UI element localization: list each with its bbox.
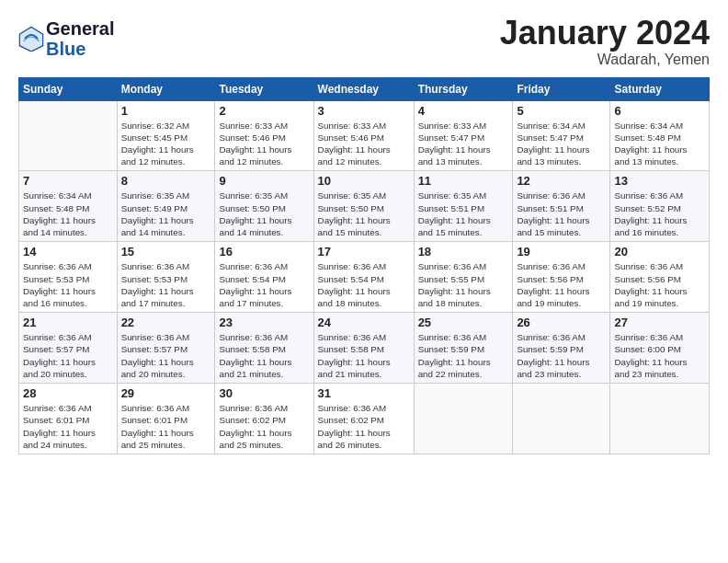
day-info: Sunrise: 6:34 AM Sunset: 5:47 PM Dayligh… — [517, 120, 606, 168]
day-info: Sunrise: 6:36 AM Sunset: 6:02 PM Dayligh… — [219, 402, 309, 451]
day-number: 31 — [318, 386, 410, 400]
col-header-saturday: Saturday — [610, 77, 710, 100]
week-row-1: 1Sunrise: 6:32 AM Sunset: 5:45 PM Daylig… — [19, 100, 710, 171]
day-number: 4 — [418, 104, 509, 118]
calendar-cell: 18Sunrise: 6:36 AM Sunset: 5:55 PM Dayli… — [414, 242, 513, 313]
day-info: Sunrise: 6:34 AM Sunset: 5:48 PM Dayligh… — [614, 120, 705, 168]
day-info: Sunrise: 6:36 AM Sunset: 5:57 PM Dayligh… — [121, 331, 211, 380]
day-info: Sunrise: 6:36 AM Sunset: 5:59 PM Dayligh… — [517, 331, 606, 380]
day-number: 27 — [614, 316, 705, 329]
day-number: 28 — [23, 386, 113, 400]
logo: General Blue — [18, 18, 114, 59]
week-row-5: 28Sunrise: 6:36 AM Sunset: 6:01 PM Dayli… — [19, 384, 710, 454]
day-info: Sunrise: 6:36 AM Sunset: 5:52 PM Dayligh… — [614, 190, 705, 238]
day-number: 21 — [23, 316, 113, 329]
calendar-cell: 2Sunrise: 6:33 AM Sunset: 5:46 PM Daylig… — [215, 100, 313, 171]
day-number: 29 — [121, 386, 211, 400]
calendar-cell: 9Sunrise: 6:35 AM Sunset: 5:50 PM Daylig… — [215, 171, 313, 242]
col-header-friday: Friday — [513, 77, 610, 100]
day-number: 2 — [219, 104, 309, 118]
day-number: 3 — [318, 104, 410, 118]
day-number: 19 — [517, 245, 606, 259]
calendar-cell: 26Sunrise: 6:36 AM Sunset: 5:59 PM Dayli… — [513, 313, 610, 384]
col-header-monday: Monday — [117, 77, 215, 100]
day-info: Sunrise: 6:36 AM Sunset: 5:54 PM Dayligh… — [318, 260, 410, 309]
calendar-cell: 15Sunrise: 6:36 AM Sunset: 5:53 PM Dayli… — [117, 242, 215, 313]
page-header: General Blue January 2024 Wadarah, Yemen — [18, 15, 710, 68]
calendar-cell — [610, 384, 710, 454]
day-number: 9 — [219, 174, 309, 188]
calendar-cell: 29Sunrise: 6:36 AM Sunset: 6:01 PM Dayli… — [117, 384, 215, 454]
calendar-cell: 22Sunrise: 6:36 AM Sunset: 5:57 PM Dayli… — [117, 313, 215, 384]
calendar-cell: 5Sunrise: 6:34 AM Sunset: 5:47 PM Daylig… — [513, 100, 610, 171]
day-number: 5 — [517, 104, 606, 118]
day-info: Sunrise: 6:36 AM Sunset: 6:02 PM Dayligh… — [318, 402, 410, 451]
day-number: 6 — [614, 104, 705, 118]
day-info: Sunrise: 6:36 AM Sunset: 5:51 PM Dayligh… — [517, 190, 606, 238]
day-number: 25 — [418, 316, 509, 329]
calendar-cell — [19, 100, 118, 171]
day-number: 24 — [318, 316, 410, 329]
calendar-cell: 14Sunrise: 6:36 AM Sunset: 5:53 PM Dayli… — [19, 242, 118, 313]
day-number: 23 — [219, 316, 309, 329]
header-row: SundayMondayTuesdayWednesdayThursdayFrid… — [19, 77, 710, 100]
month-title: January 2024 — [500, 15, 710, 52]
day-info: Sunrise: 6:36 AM Sunset: 5:59 PM Dayligh… — [418, 331, 509, 380]
day-info: Sunrise: 6:36 AM Sunset: 5:58 PM Dayligh… — [318, 331, 410, 380]
col-header-tuesday: Tuesday — [215, 77, 313, 100]
day-info: Sunrise: 6:36 AM Sunset: 5:57 PM Dayligh… — [23, 331, 113, 380]
day-info: Sunrise: 6:34 AM Sunset: 5:48 PM Dayligh… — [23, 190, 113, 238]
day-number: 30 — [219, 386, 309, 400]
calendar-cell: 6Sunrise: 6:34 AM Sunset: 5:48 PM Daylig… — [610, 100, 710, 171]
day-info: Sunrise: 6:36 AM Sunset: 6:01 PM Dayligh… — [23, 402, 113, 451]
col-header-sunday: Sunday — [19, 77, 118, 100]
calendar-cell: 1Sunrise: 6:32 AM Sunset: 5:45 PM Daylig… — [117, 100, 215, 171]
day-info: Sunrise: 6:36 AM Sunset: 5:53 PM Dayligh… — [23, 260, 113, 309]
day-number: 11 — [418, 174, 509, 188]
calendar-cell: 13Sunrise: 6:36 AM Sunset: 5:52 PM Dayli… — [610, 171, 710, 242]
day-info: Sunrise: 6:33 AM Sunset: 5:46 PM Dayligh… — [219, 120, 309, 168]
day-info: Sunrise: 6:36 AM Sunset: 5:54 PM Dayligh… — [219, 260, 309, 309]
day-info: Sunrise: 6:36 AM Sunset: 5:55 PM Dayligh… — [418, 260, 509, 309]
day-info: Sunrise: 6:35 AM Sunset: 5:49 PM Dayligh… — [121, 190, 211, 238]
day-number: 8 — [121, 174, 211, 188]
week-row-4: 21Sunrise: 6:36 AM Sunset: 5:57 PM Dayli… — [19, 313, 710, 384]
day-info: Sunrise: 6:36 AM Sunset: 6:00 PM Dayligh… — [614, 331, 705, 380]
calendar-cell: 28Sunrise: 6:36 AM Sunset: 6:01 PM Dayli… — [19, 384, 118, 454]
day-number: 1 — [121, 104, 211, 118]
calendar-cell: 11Sunrise: 6:35 AM Sunset: 5:51 PM Dayli… — [414, 171, 513, 242]
col-header-wednesday: Wednesday — [313, 77, 414, 100]
calendar-cell: 8Sunrise: 6:35 AM Sunset: 5:49 PM Daylig… — [117, 171, 215, 242]
day-number: 26 — [517, 316, 606, 329]
day-info: Sunrise: 6:33 AM Sunset: 5:47 PM Dayligh… — [418, 120, 509, 168]
calendar-cell: 30Sunrise: 6:36 AM Sunset: 6:02 PM Dayli… — [215, 384, 313, 454]
day-number: 20 — [614, 245, 705, 259]
calendar-cell: 19Sunrise: 6:36 AM Sunset: 5:56 PM Dayli… — [513, 242, 610, 313]
day-number: 13 — [614, 174, 705, 188]
calendar-cell — [513, 384, 610, 454]
calendar-cell: 25Sunrise: 6:36 AM Sunset: 5:59 PM Dayli… — [414, 313, 513, 384]
day-number: 17 — [318, 245, 410, 259]
day-info: Sunrise: 6:36 AM Sunset: 5:53 PM Dayligh… — [121, 260, 211, 309]
calendar-cell: 16Sunrise: 6:36 AM Sunset: 5:54 PM Dayli… — [215, 242, 313, 313]
day-info: Sunrise: 6:35 AM Sunset: 5:51 PM Dayligh… — [418, 190, 509, 238]
day-info: Sunrise: 6:36 AM Sunset: 5:56 PM Dayligh… — [517, 260, 606, 309]
logo-icon — [18, 26, 44, 52]
day-info: Sunrise: 6:36 AM Sunset: 5:58 PM Dayligh… — [219, 331, 309, 380]
day-number: 22 — [121, 316, 211, 329]
calendar-table: SundayMondayTuesdayWednesdayThursdayFrid… — [18, 77, 710, 454]
logo-text: General Blue — [46, 18, 114, 59]
day-info: Sunrise: 6:36 AM Sunset: 6:01 PM Dayligh… — [121, 402, 211, 451]
day-number: 15 — [121, 245, 211, 259]
day-info: Sunrise: 6:35 AM Sunset: 5:50 PM Dayligh… — [318, 190, 410, 238]
day-info: Sunrise: 6:35 AM Sunset: 5:50 PM Dayligh… — [219, 190, 309, 238]
calendar-cell: 20Sunrise: 6:36 AM Sunset: 5:56 PM Dayli… — [610, 242, 710, 313]
day-number: 12 — [517, 174, 606, 188]
col-header-thursday: Thursday — [414, 77, 513, 100]
calendar-cell: 10Sunrise: 6:35 AM Sunset: 5:50 PM Dayli… — [313, 171, 414, 242]
day-number: 7 — [23, 174, 113, 188]
calendar-cell: 4Sunrise: 6:33 AM Sunset: 5:47 PM Daylig… — [414, 100, 513, 171]
calendar-cell: 24Sunrise: 6:36 AM Sunset: 5:58 PM Dayli… — [313, 313, 414, 384]
location: Wadarah, Yemen — [500, 52, 710, 68]
calendar-cell: 23Sunrise: 6:36 AM Sunset: 5:58 PM Dayli… — [215, 313, 313, 384]
